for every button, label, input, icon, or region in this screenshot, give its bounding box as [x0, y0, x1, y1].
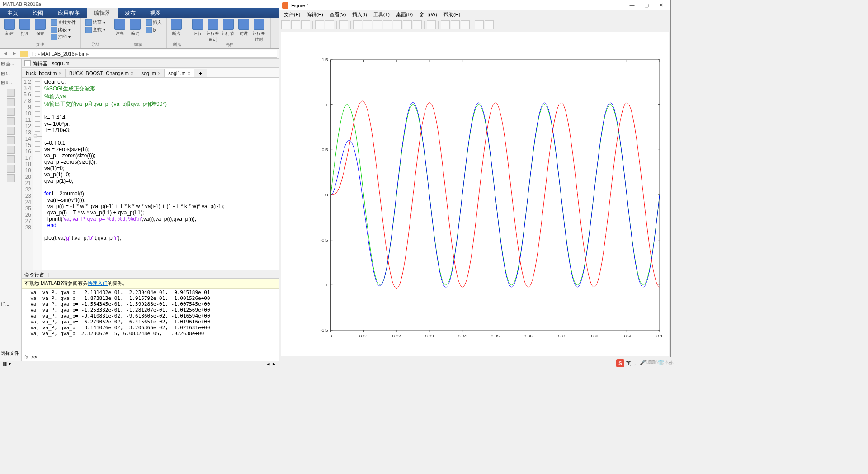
file-tab[interactable]: buck_boost.m × [22, 69, 66, 77]
ribbon-small-btn[interactable]: 打印 ▾ [49, 33, 78, 41]
menu-H[interactable]: 帮助(H) [441, 10, 463, 19]
fig-tool-button[interactable] [315, 20, 324, 29]
hint-link[interactable]: 快速入门 [88, 280, 108, 286]
ribbon-small-btn[interactable]: fx [144, 26, 164, 33]
fig-tool-button[interactable] [403, 20, 412, 29]
fig-tool-button[interactable] [363, 20, 372, 29]
ribbon-btn[interactable]: 前进 [237, 19, 250, 37]
nav-back-icon[interactable]: ◄ [2, 50, 9, 57]
ime-mic-icon[interactable]: 🎤 [639, 360, 646, 367]
side-tool-icon[interactable] [7, 89, 15, 97]
fig-tool-button[interactable] [451, 20, 460, 29]
fig-tool-button[interactable] [485, 20, 494, 29]
fig-tool-button[interactable] [441, 20, 450, 29]
command-prompt[interactable]: fx >> [22, 352, 279, 361]
ribbon-tab-3[interactable]: 编辑器 [87, 8, 118, 18]
file-tabs: buck_boost.m ×BUCK_BOOST_Change.m ×sogi.… [22, 68, 279, 78]
side-tool-icon[interactable] [7, 174, 15, 182]
fig-tool-button[interactable] [291, 20, 300, 29]
path-segment[interactable]: MATLAB_2016 [41, 50, 75, 57]
menu-E[interactable]: 编辑(E) [304, 10, 326, 19]
figure-toolbar [279, 19, 670, 30]
ribbon-small-btn[interactable]: 查找 ▾ [84, 26, 107, 33]
file-tab[interactable]: sogi.m × [137, 69, 165, 77]
ribbon-btn[interactable]: 运行节 [222, 19, 235, 37]
ribbon-btn[interactable]: 打开 [18, 19, 32, 37]
side-tab[interactable]: ⊞ r... [0, 69, 21, 78]
ribbon-btn[interactable]: 保存 [33, 19, 47, 37]
ribbon-btn[interactable]: 缩进 [128, 19, 142, 37]
ribbon-btn[interactable]: 断点 [170, 19, 183, 37]
side-tool-icon[interactable] [7, 165, 15, 173]
menu-I[interactable]: 插入(I) [349, 10, 369, 19]
editor-title-text: 编辑器 - sogi1.m [33, 59, 69, 68]
side-tab[interactable]: ⊞ u... [0, 78, 21, 87]
side-tool-icon[interactable] [7, 117, 15, 125]
fig-tool-button[interactable] [353, 20, 362, 29]
add-tab-button[interactable]: + [194, 69, 207, 77]
path-segment[interactable]: bin [79, 50, 86, 57]
fig-tool-button[interactable] [373, 20, 382, 29]
svg-text:-1: -1 [324, 282, 328, 287]
ribbon-btn[interactable]: 运行并前进 [206, 19, 220, 43]
minimize-button[interactable]: — [625, 1, 639, 9]
figure-canvas[interactable]: 00.010.020.030.040.050.060.070.080.090.1… [281, 32, 669, 356]
fig-tool-button[interactable] [325, 20, 334, 29]
figure-titlebar[interactable]: Figure 1 — ▢ ✕ [279, 0, 670, 10]
ime-icon[interactable]: S [616, 359, 624, 367]
side-label-detail[interactable]: 详... [0, 299, 22, 309]
menu-T[interactable]: 工具(T) [371, 10, 392, 19]
ribbon-tab-0[interactable]: 主页 [0, 8, 25, 18]
side-tool-icon[interactable] [7, 146, 15, 154]
maximize-button[interactable]: ▢ [640, 1, 653, 9]
side-tool-icon[interactable] [7, 98, 15, 106]
menu-W[interactable]: 窗口(W) [416, 10, 440, 19]
fig-tool-button[interactable] [383, 20, 392, 29]
ribbon-small-btn[interactable]: 插入 [144, 19, 164, 26]
path-segment[interactable]: F: [32, 50, 37, 57]
menu-D[interactable]: 桌面(D) [393, 10, 415, 19]
fig-tool-button[interactable] [475, 20, 484, 29]
file-tab[interactable]: sogi1.m × [164, 69, 194, 77]
menu-F[interactable]: 文件(F) [281, 10, 303, 19]
side-tool-icon[interactable] [7, 136, 15, 144]
code-area[interactable]: 1 2 3 4 5 6 7 8 9 10 11 12 13 14 15 16 1… [22, 78, 279, 270]
command-window-title: 命令行窗口 [22, 270, 279, 279]
side-tool-icon[interactable] [7, 155, 15, 163]
ribbon-small-btn[interactable]: 转至 ▾ [84, 19, 107, 26]
menu-V[interactable]: 查看(V) [327, 10, 349, 19]
ribbon-tab-4[interactable]: 发布 [118, 8, 143, 18]
close-icon[interactable]: × [158, 71, 160, 76]
ribbon-tab-5[interactable]: 视图 [143, 8, 168, 18]
side-tool-icon[interactable] [7, 108, 15, 116]
ribbon-tab-2[interactable]: 应用程序 [51, 8, 87, 18]
nav-fwd-icon[interactable]: ► [11, 50, 18, 57]
fig-tool-button[interactable] [413, 20, 422, 29]
ribbon-tab-1[interactable]: 绘图 [25, 8, 51, 18]
ribbon-btn[interactable]: 运行 [191, 19, 204, 37]
ribbon-btn[interactable]: 运行并计时 [252, 19, 266, 43]
fig-tool-button[interactable] [393, 20, 402, 29]
side-tab[interactable]: ⊞ 当... [0, 59, 21, 69]
fig-tool-button[interactable] [281, 20, 290, 29]
code-lines[interactable]: clear;clc; %SOGI生成正交波形 %输入va %输出正交的va_p和… [42, 78, 279, 270]
close-icon[interactable]: × [131, 71, 133, 76]
path-box[interactable]: F: ▸ MATLAB_2016 ▸ bin ▸ [30, 50, 277, 58]
close-button[interactable]: ✕ [654, 1, 668, 9]
close-icon[interactable]: × [58, 71, 61, 76]
command-window-body[interactable]: va, va_P, qva_p= -2.181432e-01, -2.23040… [22, 289, 279, 352]
fig-tool-button[interactable] [427, 20, 436, 29]
fig-tool-button[interactable] [461, 20, 470, 29]
ribbon-small-btn[interactable]: 比较 ▾ [49, 26, 78, 33]
side-tool-icon[interactable] [7, 127, 15, 135]
scroll-arrows[interactable]: ◄ ► [266, 361, 276, 367]
ribbon-btn[interactable]: 注释 [113, 19, 127, 37]
ribbon-small-btn[interactable]: 查找文件 [49, 19, 78, 26]
side-label-selectfile[interactable]: 选择文件 [0, 348, 22, 358]
fig-tool-button[interactable] [339, 20, 348, 29]
ribbon-btn[interactable]: 新建 [3, 19, 16, 37]
folder-icon[interactable] [20, 51, 28, 57]
close-icon[interactable]: × [188, 71, 190, 76]
file-tab[interactable]: BUCK_BOOST_Change.m × [65, 69, 138, 77]
fig-tool-button[interactable] [301, 20, 310, 29]
